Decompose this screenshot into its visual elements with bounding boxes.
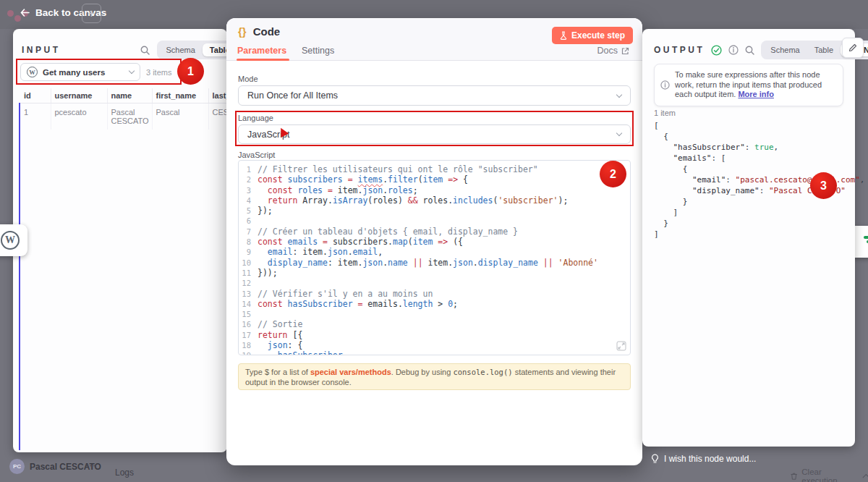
- tab-schema[interactable]: Schema: [159, 43, 203, 56]
- clear-execution-label: Clear execution: [801, 468, 851, 482]
- tab-settings[interactable]: Settings: [302, 46, 334, 56]
- col-first-name[interactable]: first_name: [152, 88, 208, 103]
- line-number: 18: [239, 340, 258, 350]
- selection-indicator: [19, 103, 20, 450]
- col-last-name[interactable]: last_name: [208, 88, 227, 103]
- back-arrow-icon: [20, 9, 30, 17]
- source-node-wordpress[interactable]: W: [0, 224, 27, 256]
- avatar[interactable]: PC: [9, 459, 25, 474]
- input-panel: INPUT Schema Table JSON W Get many users…: [13, 29, 227, 452]
- code-line: 12: [239, 278, 630, 288]
- dialog-header: {} Code Execute step Parameters Settings…: [226, 18, 642, 61]
- mode-select[interactable]: Run Once for All Items: [238, 85, 631, 106]
- line-number: 19: [239, 350, 258, 355]
- code-node-dialog: {} Code Execute step Parameters Settings…: [226, 18, 642, 465]
- hint-text: . Debug by using: [391, 368, 454, 376]
- tab-parameters[interactable]: Parameters: [237, 46, 286, 56]
- more-info-link[interactable]: More info: [738, 90, 774, 98]
- annotation-step-1: 1: [177, 58, 204, 85]
- col-id[interactable]: id: [20, 88, 51, 103]
- line-text: hasSubscriber,: [258, 350, 348, 355]
- table-row[interactable]: 1 pcescato Pascal CESCATO Pascal CESCATO: [20, 103, 227, 130]
- tab-table[interactable]: Table: [203, 43, 227, 56]
- line-text: // Créer un tableau d'objets { email, di…: [258, 227, 518, 237]
- node-feedback-label: I wish this node would...: [664, 454, 756, 464]
- code-line: 14const hasSubscriber = emails.length > …: [239, 299, 630, 309]
- line-text: "emails": [: [654, 153, 726, 164]
- code-editor[interactable]: 1// Filtrer les utilisateurs qui ont le …: [238, 160, 631, 355]
- code-line: 18 json: {: [239, 340, 630, 350]
- success-check-icon: [711, 45, 722, 56]
- docs-link[interactable]: Docs: [597, 46, 629, 56]
- special-vars-link[interactable]: special vars/methods: [310, 368, 391, 376]
- code-line: 15: [239, 309, 630, 319]
- n8n-node-detail-view: Back to canvas + INPUT Schema Table JSON…: [0, 0, 868, 482]
- line-number: 15: [239, 309, 258, 319]
- line-number: 12: [239, 278, 258, 288]
- code-line: 17return [{: [239, 330, 630, 340]
- user-menu-button[interactable]: ···: [85, 460, 96, 470]
- cell-id: 1: [20, 103, 51, 130]
- mode-label: Mode: [238, 75, 258, 83]
- line-number: 7: [239, 227, 258, 237]
- chevron-down-icon: [616, 91, 622, 97]
- tab-table[interactable]: Table: [807, 43, 841, 56]
- line-text: const emails = subscribers.map(item => (…: [258, 237, 463, 247]
- search-icon[interactable]: [745, 46, 754, 55]
- code-node-icon: {}: [238, 25, 247, 38]
- execute-step-button[interactable]: Execute step: [552, 27, 633, 44]
- expand-editor-icon[interactable]: [616, 341, 626, 351]
- line-text: {: [654, 131, 668, 142]
- input-view-tabs: Schema Table JSON: [157, 41, 228, 59]
- line-text: // Vérifier s'il y en a au moins un: [258, 289, 433, 299]
- line-number: 2: [239, 174, 258, 185]
- lightbulb-icon: [651, 454, 659, 464]
- line-text: // Sortie: [258, 319, 302, 329]
- cell-first-name: Pascal: [152, 103, 208, 130]
- tab-schema[interactable]: Schema: [763, 43, 807, 56]
- line-number: 16: [239, 319, 258, 329]
- json-line: "emails": [: [654, 153, 849, 164]
- line-text: const hasSubscriber = emails.length > 0;: [258, 299, 458, 309]
- col-username[interactable]: username: [51, 88, 107, 103]
- line-number: 17: [239, 330, 258, 340]
- line-number: 6: [239, 216, 258, 226]
- language-select[interactable]: JavaScript: [238, 124, 631, 144]
- json-line: }: [654, 218, 849, 229]
- chevron-up-icon: [862, 474, 868, 481]
- logs-button[interactable]: Logs: [115, 468, 134, 478]
- code-line: 6: [239, 216, 630, 226]
- cell-last-name: CESCATO: [208, 103, 227, 130]
- line-text: return Array.isArray(roles) && roles.inc…: [258, 195, 568, 206]
- docs-label: Docs: [597, 46, 618, 56]
- code-line: 3 const roles = item.json.roles;: [239, 185, 630, 195]
- dialog-title: Code: [253, 25, 281, 38]
- node-feedback-link[interactable]: I wish this node would...: [651, 454, 756, 464]
- editor-label: JavaScript: [238, 151, 275, 159]
- output-title: OUTPUT: [654, 45, 705, 55]
- info-icon: [660, 80, 670, 90]
- output-items-count: 1 item: [654, 109, 676, 117]
- clear-execution-button[interactable]: Clear execution: [791, 468, 868, 482]
- line-text: }: [654, 196, 687, 207]
- line-number: 3: [239, 185, 258, 195]
- code-line: 10 display_name: item.json.name || item.…: [239, 258, 630, 268]
- wordpress-icon: W: [1, 231, 20, 250]
- search-icon[interactable]: [140, 46, 150, 55]
- input-node-selector[interactable]: W Get many users: [20, 63, 140, 81]
- edit-output-button[interactable]: [842, 38, 864, 58]
- line-text: {: [654, 164, 687, 174]
- json-line: [: [654, 120, 849, 131]
- annotation-step-2: 2: [600, 161, 626, 187]
- line-text: const roles = item.json.roles;: [258, 185, 418, 195]
- code-line: 13// Vérifier s'il y en a au moins un: [239, 289, 630, 299]
- cell-username: pcescato: [51, 103, 107, 130]
- new-tab-button[interactable]: +: [82, 4, 101, 23]
- hint-code: console.log(): [453, 368, 512, 376]
- col-name[interactable]: name: [107, 88, 152, 103]
- code-line: 7// Créer un tableau d'objets { email, d…: [239, 227, 630, 237]
- line-text: "hasSubscriber": true,: [654, 142, 778, 153]
- line-text: }));: [258, 268, 278, 278]
- active-tab-underline: [237, 59, 289, 61]
- line-text: [258, 278, 263, 288]
